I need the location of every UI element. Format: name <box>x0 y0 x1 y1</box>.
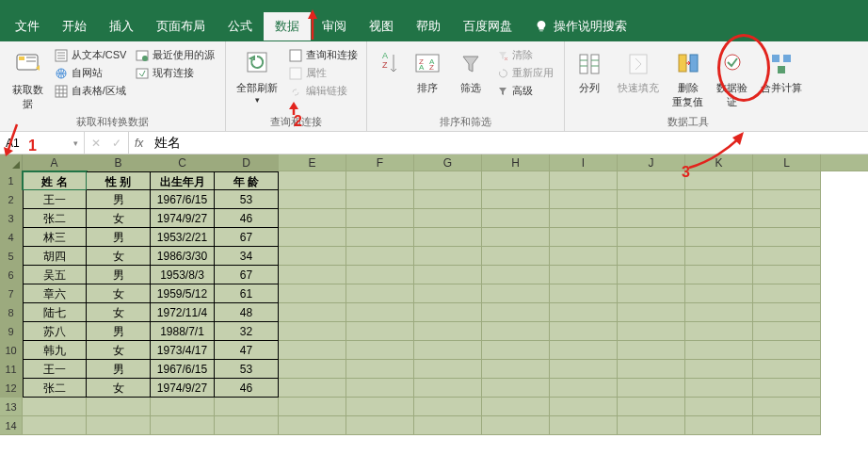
cell[interactable] <box>753 247 821 266</box>
cell[interactable] <box>685 190 753 209</box>
cell[interactable]: 1974/9/27 <box>151 379 215 398</box>
cell[interactable] <box>482 209 550 228</box>
cell[interactable] <box>23 416 87 435</box>
cell[interactable] <box>685 266 753 284</box>
row-header[interactable]: 6 <box>0 266 23 284</box>
cell[interactable] <box>753 322 821 341</box>
cell[interactable] <box>414 247 482 266</box>
cell[interactable]: 女 <box>87 341 151 360</box>
cell[interactable]: 1967/6/15 <box>151 190 215 209</box>
cell[interactable] <box>346 247 414 266</box>
cell[interactable] <box>482 284 550 303</box>
cell[interactable]: 53 <box>215 190 279 209</box>
menu-页面布局[interactable]: 页面布局 <box>145 12 217 41</box>
cell[interactable] <box>346 303 414 322</box>
cell[interactable]: 34 <box>215 247 279 266</box>
cell[interactable] <box>618 379 685 398</box>
cell[interactable] <box>618 341 685 360</box>
cell[interactable]: 女 <box>87 247 151 266</box>
cell[interactable] <box>618 266 685 284</box>
cell[interactable] <box>753 228 821 247</box>
cell[interactable] <box>550 416 618 435</box>
cell[interactable] <box>346 416 414 435</box>
col-header-J[interactable]: J <box>618 154 685 171</box>
reapply-button[interactable]: 重新应用 <box>495 65 555 81</box>
row-header[interactable]: 8 <box>0 303 23 322</box>
data-validation-button[interactable]: 数据验 证 <box>713 47 751 111</box>
col-header-D[interactable]: D <box>215 154 279 171</box>
row-header[interactable]: 11 <box>0 360 23 379</box>
cell[interactable] <box>550 171 618 190</box>
cell[interactable] <box>753 266 821 284</box>
cell[interactable] <box>346 266 414 284</box>
cell[interactable]: 1972/11/4 <box>151 303 215 322</box>
cell[interactable]: 男 <box>87 228 151 247</box>
cell[interactable] <box>279 209 346 228</box>
cell[interactable] <box>414 228 482 247</box>
cell[interactable]: 32 <box>215 322 279 341</box>
cell[interactable] <box>279 228 346 247</box>
cell[interactable] <box>685 360 753 379</box>
cell[interactable]: 王一 <box>23 190 87 209</box>
cell[interactable]: 1967/6/15 <box>151 360 215 379</box>
cell[interactable] <box>279 360 346 379</box>
cell[interactable] <box>618 416 685 435</box>
cell[interactable]: 年 龄 <box>215 171 279 190</box>
row-header[interactable]: 13 <box>0 398 23 416</box>
cell[interactable] <box>550 360 618 379</box>
flash-fill-button[interactable]: 快速填充 <box>614 47 663 97</box>
cell[interactable]: 61 <box>215 284 279 303</box>
cell[interactable] <box>279 379 346 398</box>
cell[interactable] <box>414 398 482 416</box>
fx-icon[interactable]: fx <box>129 132 149 154</box>
col-header-A[interactable]: A <box>23 154 87 171</box>
cell[interactable] <box>279 303 346 322</box>
cell[interactable]: 出生年月 <box>151 171 215 190</box>
cell[interactable]: 女 <box>87 379 151 398</box>
row-header[interactable]: 1 <box>0 171 23 190</box>
cell[interactable] <box>685 284 753 303</box>
cell[interactable] <box>685 209 753 228</box>
cell[interactable] <box>753 171 821 190</box>
cell[interactable] <box>550 247 618 266</box>
cell[interactable] <box>550 209 618 228</box>
cell[interactable]: 女 <box>87 284 151 303</box>
cell[interactable]: 67 <box>215 228 279 247</box>
cell[interactable]: 吴五 <box>23 266 87 284</box>
menu-百度网盘[interactable]: 百度网盘 <box>452 12 523 41</box>
cell[interactable] <box>346 171 414 190</box>
cell[interactable] <box>685 171 753 190</box>
row-header[interactable]: 9 <box>0 322 23 341</box>
cell[interactable] <box>618 228 685 247</box>
cell[interactable] <box>685 341 753 360</box>
cell[interactable] <box>482 322 550 341</box>
cell[interactable]: 男 <box>87 360 151 379</box>
cell[interactable] <box>753 303 821 322</box>
cell[interactable] <box>482 190 550 209</box>
cell[interactable]: 女 <box>87 209 151 228</box>
enter-button[interactable]: ✓ <box>109 137 124 150</box>
cell[interactable] <box>550 303 618 322</box>
cell[interactable] <box>482 360 550 379</box>
cell[interactable] <box>550 398 618 416</box>
menu-插入[interactable]: 插入 <box>98 12 145 41</box>
cell[interactable] <box>215 398 279 416</box>
cell[interactable] <box>482 398 550 416</box>
cell[interactable]: 67 <box>215 266 279 284</box>
cell[interactable] <box>618 247 685 266</box>
cell[interactable] <box>482 228 550 247</box>
cell[interactable]: 韩九 <box>23 341 87 360</box>
cell[interactable] <box>618 360 685 379</box>
cell[interactable]: 男 <box>87 322 151 341</box>
cell[interactable]: 王一 <box>23 360 87 379</box>
cell[interactable] <box>414 360 482 379</box>
col-header-C[interactable]: C <box>151 154 215 171</box>
cell[interactable] <box>618 190 685 209</box>
cell[interactable]: 1973/4/17 <box>151 341 215 360</box>
properties-button[interactable]: 属性 <box>287 65 360 81</box>
cell[interactable] <box>482 247 550 266</box>
cell[interactable] <box>482 341 550 360</box>
row-header[interactable]: 7 <box>0 284 23 303</box>
menu-公式[interactable]: 公式 <box>217 12 264 41</box>
advanced-filter-button[interactable]: 高级 <box>495 83 555 99</box>
